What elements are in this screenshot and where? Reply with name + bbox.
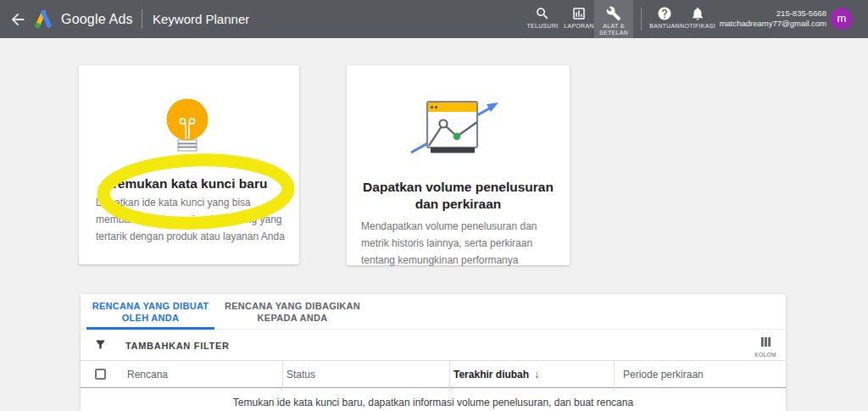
bell-icon bbox=[690, 6, 705, 21]
plans-panel: RENCANA YANG DIBUAT OLEH ANDA RENCANA YA… bbox=[81, 294, 786, 411]
nav-tools-settings[interactable]: ALAT & SETELAN bbox=[594, 0, 633, 38]
card-discover-title: Temukan kata kunci baru bbox=[87, 175, 291, 192]
account-info[interactable]: 215-835-5668 matchadreamy77@gmail.com bbox=[720, 8, 826, 29]
sort-descending-icon: ↓ bbox=[534, 369, 539, 380]
nav-reports[interactable]: LAPORAN bbox=[562, 0, 596, 38]
arrow-left-icon bbox=[8, 10, 27, 29]
column-header-forecast-period[interactable]: Periode perkiraan bbox=[623, 361, 704, 388]
table-header-row: Rencana Status Terakhir diubah↓ Periode … bbox=[81, 361, 786, 388]
column-separator bbox=[449, 361, 450, 388]
keyword-planner-screen: Google Ads Keyword Planner TELUSURI LAPO… bbox=[0, 0, 868, 411]
account-email: matchadreamy77@gmail.com bbox=[720, 19, 826, 29]
filter-row: TAMBAHKAN FILTER KOLOM bbox=[81, 330, 786, 361]
card-volume-description: Mendapatkan volume penelusuran dan metri… bbox=[361, 218, 558, 269]
columns-button[interactable]: KOLOM bbox=[751, 336, 780, 358]
select-all-checkbox[interactable] bbox=[95, 369, 106, 380]
nav-search[interactable]: TELUSURI bbox=[524, 0, 561, 38]
nav-notifications-label: NOTIFIKASI bbox=[680, 23, 715, 30]
columns-button-label: KOLOM bbox=[751, 352, 780, 358]
nav-help-label: BANTUAN bbox=[649, 23, 680, 30]
help-icon bbox=[657, 6, 672, 21]
topbar: Google Ads Keyword Planner TELUSURI LAPO… bbox=[0, 0, 868, 38]
column-separator bbox=[282, 361, 283, 388]
search-icon bbox=[535, 6, 550, 21]
lightbulb-icon bbox=[164, 97, 211, 153]
account-phone: 215-835-5668 bbox=[720, 8, 826, 19]
brand-name[interactable]: Google Ads bbox=[61, 0, 133, 38]
columns-icon bbox=[760, 336, 771, 347]
card-discover-keywords[interactable]: Temukan kata kunci baru Dapatkan ide kat… bbox=[79, 65, 299, 264]
wrench-icon bbox=[606, 6, 621, 21]
plans-tabs: RENCANA YANG DIBUAT OLEH ANDA RENCANA YA… bbox=[81, 294, 786, 330]
topbar-divider-2 bbox=[641, 8, 642, 31]
column-header-last-modified[interactable]: Terakhir diubah↓ bbox=[453, 361, 539, 388]
filter-icon[interactable] bbox=[94, 338, 107, 351]
column-header-status[interactable]: Status bbox=[287, 361, 315, 388]
avatar-letter: m bbox=[837, 12, 847, 25]
nav-search-label: TELUSURI bbox=[526, 23, 558, 30]
add-filter-button[interactable]: TAMBAHKAN FILTER bbox=[125, 341, 230, 351]
tab-plans-shared-with-you[interactable]: RENCANA YANG DIBAGIKAN KEPADA ANDA bbox=[220, 294, 364, 330]
empty-state-message: Temukan ide kata kunci baru, dapatkan in… bbox=[81, 389, 786, 411]
page-title: Keyword Planner bbox=[153, 0, 249, 38]
column-header-plan[interactable]: Rencana bbox=[127, 361, 168, 388]
card-search-volume[interactable]: Dapatkan volume penelusuran dan perkiraa… bbox=[347, 65, 570, 265]
card-discover-description: Dapatkan ide kata kunci yang bisa memban… bbox=[96, 194, 286, 245]
nav-notifications[interactable]: NOTIFIKASI bbox=[680, 0, 715, 38]
back-button[interactable] bbox=[8, 10, 31, 29]
avatar[interactable]: m bbox=[831, 8, 853, 30]
tab-plans-created-by-you[interactable]: RENCANA YANG DIBUAT OLEH ANDA bbox=[81, 294, 220, 330]
nav-help[interactable]: BANTUAN bbox=[647, 0, 682, 38]
nav-reports-label: LAPORAN bbox=[564, 23, 594, 30]
column-separator bbox=[614, 361, 615, 388]
nav-tools-label: ALAT & SETELAN bbox=[594, 23, 633, 36]
topbar-divider bbox=[142, 9, 142, 29]
card-volume-title: Dapatkan volume penelusuran dan perkiraa… bbox=[355, 179, 561, 213]
forecast-chart-icon bbox=[403, 95, 504, 159]
google-ads-logo bbox=[32, 8, 54, 33]
chart-icon bbox=[571, 6, 587, 21]
